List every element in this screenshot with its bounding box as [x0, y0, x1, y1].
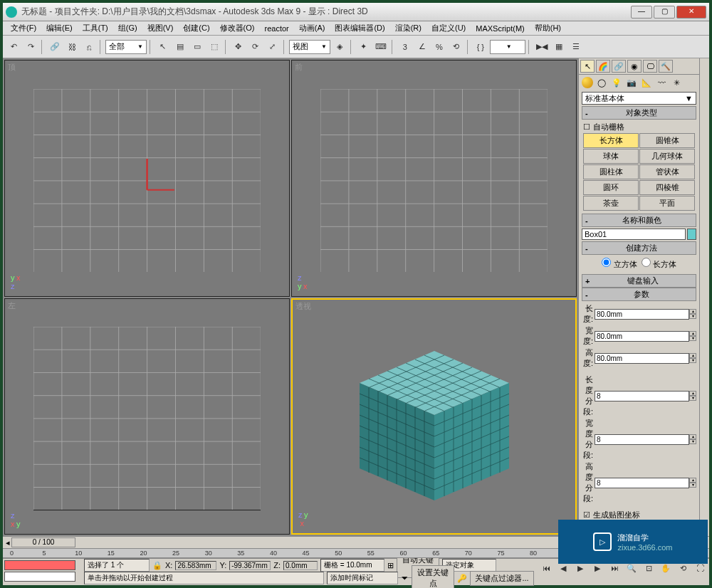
keyfilter-button[interactable]: 关键点过滤器... [470, 571, 534, 586]
menu-item[interactable]: MAXScript(M) [471, 23, 529, 34]
lseg-input[interactable] [595, 391, 689, 401]
spinner-snap-button[interactable]: ⟲ [449, 39, 464, 55]
spinner-up[interactable]: ▴ [689, 309, 696, 314]
autogrid-checkbox[interactable]: ☐自动栅格 [583, 121, 695, 133]
object-type-button[interactable]: 平面 [639, 196, 695, 211]
select-manipulate-button[interactable]: ✦ [356, 39, 372, 55]
spinner-down[interactable]: ▾ [689, 336, 696, 341]
selection-filter-combo[interactable]: 全部▼ [105, 40, 147, 54]
shapes-icon[interactable]: ◯ [595, 76, 608, 89]
object-type-button[interactable]: 几何球体 [639, 149, 695, 164]
pivot-button[interactable]: ◈ [332, 39, 347, 55]
hseg-input[interactable] [595, 478, 689, 488]
height-input[interactable] [595, 353, 689, 364]
select-region-button[interactable]: ▭ [189, 39, 205, 55]
display-tab[interactable]: 🖵 [643, 60, 657, 73]
undo-button[interactable]: ↶ [6, 39, 21, 55]
script-recorder[interactable] [4, 560, 75, 570]
unlink-button[interactable]: ⛓ [64, 39, 80, 55]
rollout-keyboard[interactable]: +键盘输入 [582, 274, 696, 288]
select-button[interactable]: ↖ [155, 39, 171, 55]
viewport-top[interactable]: 顶 y xz [4, 60, 290, 297]
systems-icon[interactable]: ✳ [670, 76, 683, 89]
named-selset-combo[interactable]: ▼ [490, 40, 525, 54]
object-type-button[interactable]: 四棱锥 [639, 180, 695, 195]
menu-item[interactable]: 文件(F) [6, 21, 41, 35]
goto-start-button[interactable]: ⏮ [538, 560, 554, 576]
x-coord[interactable]: 26.583mm [175, 561, 216, 570]
menu-item[interactable]: 视图(V) [142, 21, 179, 35]
spinner-down[interactable]: ▾ [689, 396, 696, 401]
menu-item[interactable]: 动画(A) [294, 21, 330, 35]
cameras-icon[interactable]: 📷 [625, 76, 638, 89]
spinner-down[interactable]: ▾ [689, 314, 696, 319]
object-type-button[interactable]: 圆环 [583, 180, 639, 195]
viewport-perspective[interactable]: 透视 [291, 298, 577, 535]
menu-item[interactable]: 渲染(R) [390, 21, 426, 35]
object-type-button[interactable]: 长方体 [583, 133, 639, 148]
object-type-button[interactable]: 圆锥体 [639, 133, 695, 148]
box-radio[interactable]: 长方体 [642, 258, 676, 270]
category-combo[interactable]: 标准基本体▼ [582, 92, 696, 105]
spinner-up[interactable]: ▴ [689, 353, 696, 358]
cube-radio[interactable]: 立方体 [602, 258, 637, 270]
mirror-button[interactable]: ▶◀ [534, 39, 550, 55]
align-button[interactable]: ▦ [551, 39, 567, 55]
spacewarps-icon[interactable]: 〰 [655, 76, 668, 89]
redo-button[interactable]: ↷ [23, 39, 38, 55]
minimize-button[interactable]: — [631, 6, 652, 19]
rollout-object-type[interactable]: -对象类型 [582, 106, 696, 120]
modify-tab[interactable]: 🌈 [596, 60, 610, 73]
lights-icon[interactable]: 💡 [610, 76, 623, 89]
create-tab[interactable]: ↖ [580, 60, 595, 73]
menu-item[interactable]: 组(G) [113, 21, 142, 35]
wseg-input[interactable] [595, 434, 689, 445]
bind-button[interactable]: ⎌ [81, 39, 97, 55]
maximize-button[interactable]: ▢ [654, 6, 675, 19]
script-listener[interactable] [4, 572, 75, 582]
spinner-up[interactable]: ▴ [689, 331, 696, 336]
hierarchy-tab[interactable]: 🔗 [612, 60, 626, 73]
move-button[interactable]: ✥ [231, 39, 246, 55]
length-input[interactable] [595, 309, 689, 320]
menu-item[interactable]: 帮助(H) [530, 21, 566, 35]
object-type-button[interactable]: 圆柱体 [583, 164, 639, 179]
keyboard-shortcut-button[interactable]: ⌨ [373, 39, 389, 55]
snap-button[interactable]: 3 [397, 39, 413, 55]
link-button[interactable]: 🔗 [47, 39, 63, 55]
spinner-up[interactable]: ▴ [689, 478, 696, 483]
menu-item[interactable]: 工具(T) [78, 21, 113, 35]
spinner-up[interactable]: ▴ [689, 391, 696, 396]
width-input[interactable] [595, 331, 689, 342]
panel-scrollbar[interactable] [699, 58, 709, 536]
y-coord[interactable]: -99.367mm [229, 561, 271, 570]
named-selset-button[interactable]: { } [473, 39, 488, 55]
spinner-down[interactable]: ▾ [689, 439, 696, 444]
menu-item[interactable]: 创建(C) [178, 21, 214, 35]
rollout-create-method[interactable]: -创建方法 [582, 241, 696, 255]
close-button[interactable]: ✕ [676, 6, 706, 19]
viewport-left[interactable]: 左 zx y [4, 298, 290, 535]
select-name-button[interactable]: ▤ [172, 39, 188, 55]
percent-snap-button[interactable]: % [431, 39, 447, 55]
window-crossing-button[interactable]: ⬚ [206, 39, 222, 55]
scale-button[interactable]: ⤢ [265, 39, 281, 55]
object-type-button[interactable]: 茶壶 [583, 196, 639, 211]
object-color-swatch[interactable] [687, 229, 696, 240]
menu-item[interactable]: 图表编辑器(D) [330, 21, 389, 35]
time-tag[interactable]: 添加时间标记 [327, 572, 398, 584]
object-type-button[interactable]: 球体 [583, 149, 639, 164]
spinner-up[interactable]: ▴ [689, 434, 696, 439]
z-coord[interactable]: 0.0mm [283, 561, 318, 570]
rollout-name-color[interactable]: -名称和颜色 [582, 214, 696, 227]
time-handle[interactable]: 0 / 100 [11, 537, 75, 547]
helpers-icon[interactable]: 📐 [640, 76, 653, 89]
menu-item[interactable]: 编辑(E) [41, 21, 78, 35]
menu-item[interactable]: 自定义(U) [426, 21, 471, 35]
viewport-front[interactable]: 前 zy x [291, 60, 577, 297]
menu-item[interactable]: reactor [260, 23, 294, 34]
utilities-tab[interactable]: 🔨 [659, 60, 673, 73]
angle-snap-button[interactable]: ∠ [414, 39, 430, 55]
spinner-down[interactable]: ▾ [689, 483, 696, 488]
layers-button[interactable]: ☰ [568, 39, 584, 55]
